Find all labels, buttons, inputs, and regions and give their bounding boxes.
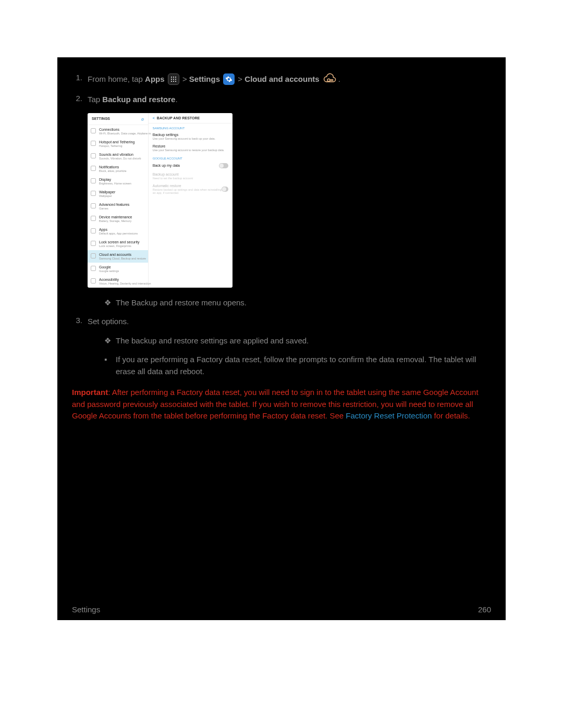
- settings-title: SETTINGS: [92, 117, 110, 120]
- settings-item[interactable]: Device maintenanceBattery, Storage, Memo…: [88, 213, 148, 225]
- settings-item-title: Sounds and vibration: [99, 153, 145, 156]
- step-2: 2. Tap Backup and restore.: [72, 94, 491, 106]
- settings-item-sub: Wallpaper: [99, 194, 145, 198]
- important-label: Important: [72, 388, 108, 397]
- settings-item-icon: [91, 191, 96, 196]
- backup-panel: <BACKUP AND RESTORE SAMSUNG ACCOUNT Back…: [149, 113, 232, 288]
- settings-item-title: Apps: [99, 228, 145, 231]
- settings-item-sub: Block, allow, prioritize: [99, 169, 145, 172]
- backup-title: BACKUP AND RESTORE: [157, 116, 200, 120]
- footer-section: Settings: [72, 605, 100, 614]
- settings-item-icon: [91, 228, 96, 233]
- text: The Backup and restore menu opens.: [116, 297, 247, 309]
- settings-item-icon: [91, 216, 96, 221]
- settings-item[interactable]: Lock screen and securityLock screen, Fin…: [88, 238, 148, 250]
- settings-item-sub: Lock screen, Fingerprints: [99, 244, 145, 248]
- key-cloud-icon: [323, 72, 337, 86]
- settings-item-icon: [91, 203, 96, 208]
- backup-settings-item[interactable]: Backup settings Use your Samsung account…: [149, 131, 232, 142]
- settings-item-icon: [91, 278, 96, 283]
- end: .: [338, 75, 340, 83]
- settings-item-icon: [91, 178, 96, 183]
- settings-item-sub: Vision, Hearing, Dexterity and interacti…: [99, 282, 151, 285]
- settings-item-icon: [91, 266, 96, 271]
- toggle-icon[interactable]: [219, 163, 228, 168]
- settings-item[interactable]: AppsDefault apps, App permissions: [88, 225, 148, 238]
- settings-list: ConnectionsWi-Fi, Bluetooth, Data usage,…: [88, 125, 148, 288]
- backup-my-data-item[interactable]: Back up my data: [149, 161, 232, 170]
- section-samsung: SAMSUNG ACCOUNT: [149, 124, 232, 131]
- settings-item-title: Cloud and accounts: [99, 253, 146, 256]
- settings-item-title: Device maintenance: [99, 215, 145, 219]
- cloud-label: Cloud and accounts: [244, 75, 319, 83]
- settings-item[interactable]: Cloud and accountsSamsung Cloud, Backup …: [88, 250, 148, 263]
- text: From home, tap: [88, 75, 145, 83]
- step-3: 3. Set options.: [72, 316, 491, 328]
- settings-item-sub: Wi-Fi, Bluetooth, Data usage, Airplane m…: [99, 132, 154, 135]
- settings-item-sub: Sounds, Vibration, Do not disturb: [99, 157, 145, 160]
- auto-restore-item: Automatic restore Restore backed up sett…: [149, 182, 232, 196]
- step-1: 1. From home, tap Apps > Settings > Clou…: [72, 73, 491, 87]
- settings-item[interactable]: ConnectionsWi-Fi, Bluetooth, Data usage,…: [88, 125, 148, 138]
- settings-item-icon: [91, 166, 96, 171]
- settings-item[interactable]: DisplayBrightness, Home screen: [88, 175, 148, 188]
- step2-result-list: ❖The Backup and restore menu opens.: [104, 297, 491, 309]
- settings-item-sub: Samsung Cloud, Backup and restore: [99, 257, 146, 260]
- search-icon[interactable]: ⌕: [141, 116, 144, 121]
- settings-item-icon: [91, 128, 96, 133]
- settings-item-sub: Battery, Storage, Memory: [99, 219, 145, 223]
- settings-sidebar: SETTINGS ⌕ ConnectionsWi-Fi, Bluetooth, …: [88, 113, 149, 288]
- diamond-bullet-icon: ❖: [104, 297, 116, 309]
- settings-item[interactable]: AccessibilityVision, Hearing, Dexterity …: [88, 275, 148, 288]
- section-google: GOOGLE ACCOUNT: [149, 154, 232, 161]
- step-body: From home, tap Apps > Settings > Cloud a…: [88, 73, 491, 87]
- page-footer: Settings 260: [72, 602, 491, 614]
- step-number: 3.: [72, 316, 88, 328]
- back-icon[interactable]: <: [153, 116, 155, 120]
- settings-item-title: Advanced features: [99, 203, 145, 206]
- settings-item[interactable]: Advanced featuresGames: [88, 200, 148, 213]
- manual-page: 1. From home, tap Apps > Settings > Clou…: [57, 57, 506, 620]
- svg-point-0: [327, 79, 330, 81]
- step-list: 1. From home, tap Apps > Settings > Clou…: [72, 73, 491, 106]
- settings-item-sub: Default apps, App permissions: [99, 232, 145, 235]
- settings-item[interactable]: Sounds and vibrationSounds, Vibration, D…: [88, 150, 148, 163]
- settings-item[interactable]: GoogleGoogle settings: [88, 263, 148, 275]
- settings-item[interactable]: Hotspot and TetheringHotspot, Tethering: [88, 138, 148, 150]
- settings-item-sub: Brightness, Home screen: [99, 182, 145, 185]
- settings-item-icon: [91, 153, 96, 158]
- end: .: [175, 95, 177, 104]
- settings-item-title: Wallpaper: [99, 190, 145, 194]
- step-list: 3. Set options.: [72, 316, 491, 328]
- text: If you are performing a Factory data res…: [116, 354, 491, 377]
- factory-reset-protection-link[interactable]: Factory Reset Protection: [346, 411, 432, 420]
- important-note: Important: After performing a Factory da…: [72, 387, 491, 422]
- settings-item-icon: [91, 253, 96, 258]
- settings-item-title: Lock screen and security: [99, 240, 145, 244]
- settings-item-title: Accessibility: [99, 278, 151, 281]
- backup-header: <BACKUP AND RESTORE: [149, 113, 232, 124]
- restore-item[interactable]: Restore Use your Samsung account to rest…: [149, 142, 232, 154]
- settings-item[interactable]: WallpaperWallpaper: [88, 188, 148, 200]
- sep: >: [182, 75, 189, 83]
- list-item: ❖The Backup and restore menu opens.: [104, 297, 491, 309]
- diamond-bullet-icon: ❖: [104, 335, 116, 347]
- settings-item-icon: [91, 241, 96, 246]
- settings-gear-icon: [223, 73, 235, 85]
- page-number: 260: [478, 605, 491, 614]
- toggle-icon: [222, 187, 228, 192]
- apps-label: Apps: [145, 75, 165, 83]
- settings-header: SETTINGS ⌕: [88, 113, 148, 125]
- settings-item[interactable]: NotificationsBlock, allow, prioritize: [88, 163, 148, 175]
- page-content: 1. From home, tap Apps > Settings > Clou…: [72, 73, 491, 602]
- step-body: Set options.: [88, 316, 491, 328]
- sep: >: [238, 75, 244, 83]
- text: Tap: [88, 95, 102, 104]
- settings-item-icon: [91, 141, 96, 146]
- settings-item-sub: Google settings: [99, 269, 145, 273]
- step-number: 2.: [72, 94, 88, 106]
- backup-account-item: Backup account Need to set the backup ac…: [149, 170, 232, 182]
- step-number: 1.: [72, 73, 88, 87]
- apps-icon: [168, 73, 179, 85]
- list-item: ▪If you are performing a Factory data re…: [104, 354, 491, 377]
